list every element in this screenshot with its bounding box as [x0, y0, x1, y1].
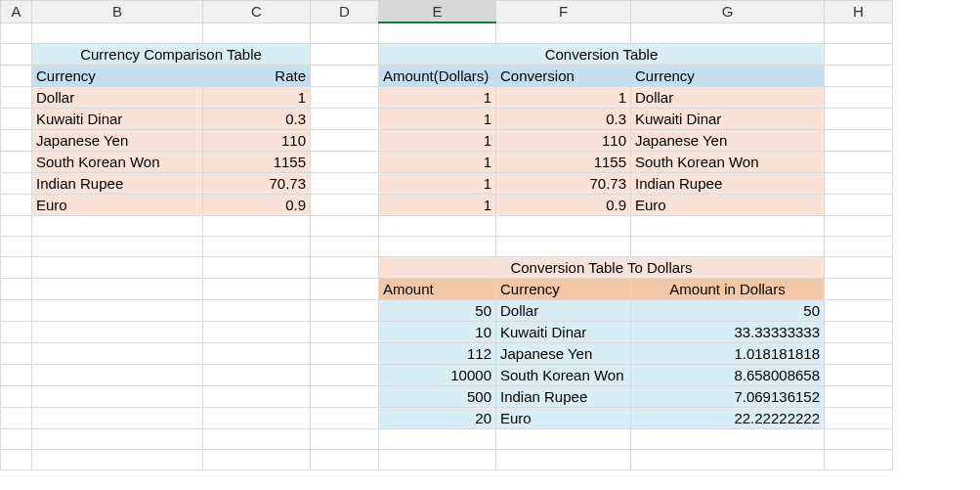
cell[interactable]: [1, 172, 32, 194]
table1-title[interactable]: Currency Comparison Table: [32, 43, 311, 65]
col-header-d[interactable]: D: [311, 1, 379, 23]
cell[interactable]: [825, 194, 893, 215]
cell[interactable]: [496, 236, 631, 256]
table1-cell[interactable]: 0.9: [203, 194, 311, 215]
cell[interactable]: [825, 108, 893, 129]
table3-header-dollars[interactable]: Amount in Dollars: [631, 278, 825, 299]
table3-cell[interactable]: Euro: [496, 407, 631, 428]
cell[interactable]: [496, 22, 631, 43]
table1-cell[interactable]: Kuwaiti Dinar: [32, 108, 203, 129]
cell[interactable]: [825, 342, 893, 364]
cell[interactable]: [32, 407, 203, 428]
table3-cell[interactable]: 22.22222222: [631, 407, 825, 428]
table1-cell[interactable]: South Korean Won: [32, 151, 203, 172]
table3-cell[interactable]: 7.069136152: [631, 385, 825, 407]
cell[interactable]: [311, 22, 379, 43]
col-header-h[interactable]: H: [825, 1, 893, 23]
cell[interactable]: [32, 449, 203, 469]
cell[interactable]: [203, 364, 311, 385]
cell[interactable]: [1, 22, 32, 43]
cell[interactable]: [1, 129, 32, 151]
table3-cell[interactable]: 33.33333333: [631, 321, 825, 342]
cell[interactable]: [311, 65, 379, 86]
cell[interactable]: [825, 151, 893, 172]
cell[interactable]: [203, 342, 311, 364]
cell[interactable]: [311, 342, 379, 364]
cell[interactable]: [1, 321, 32, 342]
table3-cell[interactable]: 20: [379, 407, 496, 428]
cell[interactable]: [311, 215, 379, 236]
cell[interactable]: [496, 449, 631, 469]
cell[interactable]: [1, 449, 32, 469]
table3-title[interactable]: Conversion Table To Dollars: [379, 256, 825, 278]
cell[interactable]: [32, 215, 203, 236]
cell[interactable]: [1, 86, 32, 108]
cell[interactable]: [203, 215, 311, 236]
table2-cell[interactable]: 1: [379, 86, 496, 108]
table3-cell[interactable]: Kuwaiti Dinar: [496, 321, 631, 342]
table3-cell[interactable]: Dollar: [496, 299, 631, 321]
cell[interactable]: [1, 364, 32, 385]
cell[interactable]: [825, 215, 893, 236]
table3-cell[interactable]: 10000: [379, 364, 496, 385]
col-header-a[interactable]: A: [1, 1, 32, 23]
col-header-e[interactable]: E: [379, 1, 496, 23]
table1-cell[interactable]: Euro: [32, 194, 203, 215]
cell[interactable]: [32, 256, 203, 278]
table3-cell[interactable]: 50: [379, 299, 496, 321]
table3-cell[interactable]: 500: [379, 385, 496, 407]
cell[interactable]: [1, 299, 32, 321]
table2-cell[interactable]: Indian Rupee: [631, 172, 825, 194]
cell[interactable]: [32, 321, 203, 342]
cell[interactable]: [825, 407, 893, 428]
cell[interactable]: [379, 428, 496, 449]
cell[interactable]: [311, 194, 379, 215]
cell[interactable]: [1, 428, 32, 449]
cell[interactable]: [631, 449, 825, 469]
table1-cell[interactable]: 1: [203, 86, 311, 108]
table2-header-conversion[interactable]: Conversion: [496, 65, 631, 86]
cell[interactable]: [203, 256, 311, 278]
col-header-c[interactable]: C: [203, 1, 311, 23]
cell[interactable]: [203, 449, 311, 469]
cell[interactable]: [32, 342, 203, 364]
cell[interactable]: [631, 236, 825, 256]
table3-cell[interactable]: South Korean Won: [496, 364, 631, 385]
cell[interactable]: [311, 278, 379, 299]
cell[interactable]: [1, 236, 32, 256]
table2-cell[interactable]: 1: [379, 129, 496, 151]
cell[interactable]: [825, 428, 893, 449]
table1-cell[interactable]: 1155: [203, 151, 311, 172]
table3-cell[interactable]: 8.658008658: [631, 364, 825, 385]
table3-cell[interactable]: 10: [379, 321, 496, 342]
table2-cell[interactable]: 0.3: [496, 108, 631, 129]
table2-title[interactable]: Conversion Table: [379, 43, 825, 65]
table2-cell[interactable]: 1: [379, 172, 496, 194]
table3-cell[interactable]: 50: [631, 299, 825, 321]
cell[interactable]: [631, 215, 825, 236]
table2-cell[interactable]: 1: [496, 86, 631, 108]
cell[interactable]: [311, 151, 379, 172]
cell[interactable]: [311, 299, 379, 321]
table2-header-amount[interactable]: Amount(Dollars): [379, 65, 496, 86]
cell[interactable]: [1, 108, 32, 129]
cell[interactable]: [32, 236, 203, 256]
cell[interactable]: [379, 236, 496, 256]
table2-header-currency[interactable]: Currency: [631, 65, 825, 86]
cell[interactable]: [203, 299, 311, 321]
table1-cell[interactable]: Dollar: [32, 86, 203, 108]
cell[interactable]: [203, 428, 311, 449]
table2-cell[interactable]: South Korean Won: [631, 151, 825, 172]
cell[interactable]: [311, 407, 379, 428]
cell[interactable]: [1, 342, 32, 364]
cell[interactable]: [825, 299, 893, 321]
cell[interactable]: [32, 299, 203, 321]
cell[interactable]: [311, 385, 379, 407]
cell[interactable]: [1, 256, 32, 278]
col-header-g[interactable]: G: [631, 1, 825, 23]
cell[interactable]: [203, 385, 311, 407]
cell[interactable]: [825, 236, 893, 256]
table2-cell[interactable]: Japanese Yen: [631, 129, 825, 151]
cell[interactable]: [311, 86, 379, 108]
cell[interactable]: [311, 172, 379, 194]
